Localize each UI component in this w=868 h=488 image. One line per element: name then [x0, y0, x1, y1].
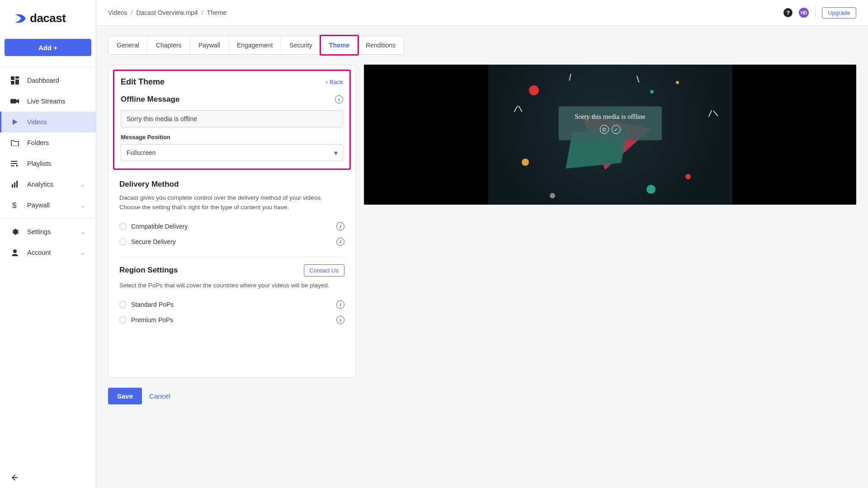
sidebar-item-settings[interactable]: Settings ⌄ [0, 221, 96, 242]
collapse-sidebar-button[interactable] [0, 467, 96, 488]
radio-secure-delivery[interactable] [119, 238, 127, 245]
offline-preview-text: Sorry this media is offline [575, 113, 645, 121]
info-icon[interactable]: i [335, 95, 343, 103]
tab-paywall[interactable]: Paywall [190, 36, 229, 54]
tab-renditions[interactable]: Renditions [358, 36, 404, 54]
nav-label: Live Streams [27, 98, 66, 105]
info-icon[interactable]: i [336, 222, 344, 230]
logo-mark-icon [14, 12, 27, 25]
avatar[interactable]: HD [799, 8, 809, 18]
info-icon[interactable]: i [336, 316, 344, 324]
sidebar-item-paywall[interactable]: $ Paywall ⌄ [0, 195, 96, 216]
svg-rect-8 [12, 184, 13, 188]
svg-rect-6 [11, 163, 17, 164]
radio-label: Secure Delivery [131, 238, 332, 245]
nav-label: Settings [27, 228, 51, 235]
svg-point-12 [13, 249, 17, 253]
nav-label: Account [27, 249, 51, 256]
chevron-down-icon: ⌄ [80, 249, 86, 256]
form-title: Edit Theme [121, 77, 165, 87]
radio-compatible-delivery[interactable] [119, 223, 127, 230]
back-link[interactable]: ‹ Back [326, 79, 343, 85]
sidebar-item-playlists[interactable]: Playlists [0, 153, 96, 174]
tab-general[interactable]: General [108, 36, 148, 54]
theme-form-card: Edit Theme ‹ Back Offline Message i [108, 65, 356, 378]
video-preview: Sorry this media is offline © ✓ [364, 65, 856, 205]
sidebar-item-account[interactable]: Account ⌄ [0, 242, 96, 263]
message-position-select[interactable] [121, 144, 343, 161]
offline-message-input[interactable] [121, 110, 343, 127]
offline-overlay: Sorry this media is offline © ✓ [558, 107, 661, 141]
gear-icon [10, 227, 20, 237]
info-icon[interactable]: i [336, 238, 344, 246]
person-icon [10, 248, 20, 258]
offline-heading: Offline Message [121, 95, 179, 104]
sidebar-item-live-streams[interactable]: Live Streams [0, 91, 96, 112]
dollar-icon: $ [10, 200, 20, 210]
delivery-desc: Dacast gives you complete control over t… [119, 193, 344, 212]
svg-rect-3 [15, 80, 19, 84]
folder-icon [10, 138, 20, 148]
check-icon: ✓ [612, 125, 621, 134]
svg-rect-5 [11, 161, 17, 162]
logo-text: dacast [30, 11, 66, 25]
sidebar-item-dashboard[interactable]: Dashboard [0, 70, 96, 91]
svg-rect-7 [11, 165, 14, 166]
chevron-down-icon: ⌄ [80, 181, 86, 188]
cancel-button[interactable]: Cancel [149, 392, 170, 400]
breadcrumb-item[interactable]: Videos [108, 9, 127, 16]
cc-icon: © [600, 125, 609, 134]
svg-rect-0 [11, 76, 14, 80]
region-desc: Select the PoPs that will cover the coun… [119, 281, 344, 291]
chevron-down-icon: ⌄ [80, 228, 86, 235]
nav-label: Folders [27, 139, 49, 146]
sidebar-item-folders[interactable]: Folders [0, 132, 96, 153]
tab-security[interactable]: Security [281, 36, 321, 54]
tab-engagement[interactable]: Engagement [229, 36, 281, 54]
tab-theme[interactable]: Theme [321, 36, 358, 54]
add-button[interactable]: Add + [5, 39, 91, 56]
info-icon[interactable]: i [336, 300, 344, 309]
radio-label: Premium PoPs [131, 316, 332, 324]
play-icon [10, 117, 20, 127]
sidebar-item-analytics[interactable]: Analytics ⌄ [0, 174, 96, 195]
contact-us-button[interactable]: Contact Us [304, 264, 344, 277]
radio-premium-pops[interactable] [119, 316, 127, 324]
radio-label: Compatible Delivery [131, 223, 332, 230]
radio-standard-pops[interactable] [119, 301, 127, 308]
tab-chapters[interactable]: Chapters [148, 36, 190, 54]
svg-text:$: $ [12, 201, 17, 209]
svg-rect-4 [10, 99, 16, 103]
chevron-left-icon: ‹ [326, 79, 328, 85]
breadcrumb: Videos / Dacast Overview.mp4 / Theme [108, 9, 226, 16]
nav-label: Playlists [27, 160, 51, 167]
sidebar-item-videos[interactable]: Videos [0, 112, 96, 132]
breadcrumb-item: Theme [207, 9, 227, 16]
region-heading: Region Settings [119, 266, 178, 275]
svg-rect-9 [14, 183, 15, 188]
analytics-icon [10, 179, 20, 189]
delivery-heading: Delivery Method [119, 180, 344, 189]
save-button[interactable]: Save [108, 388, 142, 404]
breadcrumb-item[interactable]: Dacast Overview.mp4 [136, 9, 198, 16]
logo: dacast [0, 0, 96, 39]
help-icon[interactable]: ? [783, 8, 793, 17]
nav-label: Dashboard [27, 77, 59, 84]
topbar: Videos / Dacast Overview.mp4 / Theme ? H… [96, 0, 868, 26]
upgrade-button[interactable]: Upgrade [822, 7, 856, 19]
radio-label: Standard PoPs [131, 301, 332, 308]
svg-rect-2 [11, 81, 14, 84]
position-label: Message Position [121, 134, 343, 141]
nav: Dashboard Live Streams Videos Folders Pl… [0, 70, 96, 467]
sidebar: dacast Add + Dashboard Live Streams Vide… [0, 0, 96, 488]
nav-label: Paywall [27, 202, 50, 209]
playlist-icon [10, 159, 20, 169]
svg-rect-10 [16, 181, 18, 188]
nav-label: Analytics [27, 181, 53, 188]
svg-rect-1 [15, 76, 19, 79]
nav-label: Videos [27, 118, 47, 126]
chevron-down-icon: ⌄ [80, 202, 86, 209]
tabs: General Chapters Paywall Engagement Secu… [108, 36, 404, 55]
camera-icon [10, 96, 20, 106]
dashboard-icon [10, 75, 20, 85]
